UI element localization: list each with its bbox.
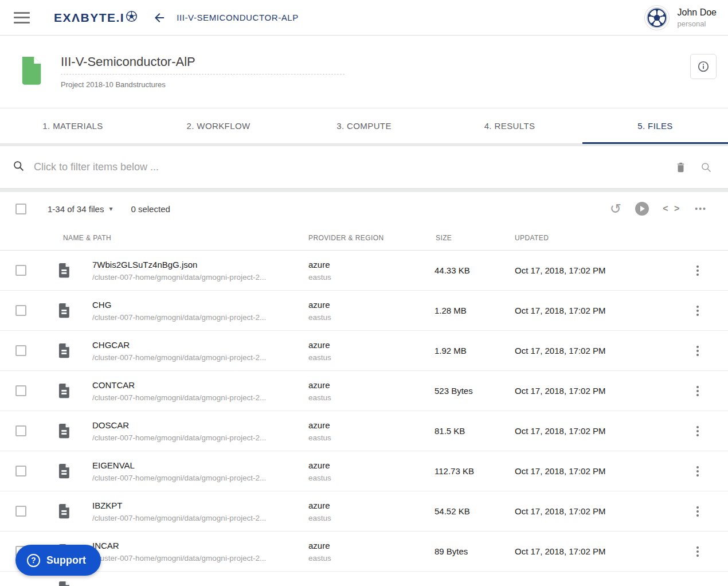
refresh-button[interactable]: ↺ <box>610 202 621 216</box>
table-row[interactable]: IBZKPT /cluster-007-home/gmogni/data/gmo… <box>0 491 728 532</box>
breadcrumb: III-V-SEMICONDUCTOR-ALP <box>177 13 299 22</box>
col-name-path[interactable]: NAME & PATH <box>63 234 308 242</box>
file-path: /cluster-007-home/gmogni/data/gmogni-pro… <box>92 514 308 522</box>
row-checkbox[interactable] <box>15 305 26 316</box>
run-button[interactable] <box>635 202 649 216</box>
file-icon <box>37 263 92 278</box>
filter-input[interactable] <box>34 161 676 173</box>
support-button[interactable]: ? Support <box>15 545 101 576</box>
file-path: /cluster-007-home/gmogni/data/gmogni-pro… <box>92 313 308 322</box>
file-icon <box>37 303 92 318</box>
exabyte-logo[interactable]: EXΛBYTE.I <box>54 10 138 25</box>
table-row[interactable]: CHGCAR /cluster-007-home/gmogni/data/gmo… <box>0 331 728 371</box>
table-row[interactable]: DOSCAR /cluster-007-home/gmogni/data/gmo… <box>0 411 728 451</box>
col-size[interactable]: SIZE <box>436 234 515 242</box>
file-name: EIGENVAL <box>92 460 308 470</box>
region: eastus <box>308 273 435 282</box>
file-updated: Oct 17, 2018, 17:02 PM <box>515 265 667 275</box>
file-name: DOSCAR <box>92 420 308 430</box>
provider: azure <box>308 541 435 550</box>
file-size: 112.73 KB <box>435 466 515 476</box>
file-size: 1.92 MB <box>435 346 515 355</box>
info-button[interactable] <box>690 54 717 79</box>
more-actions-button[interactable]: ••• <box>695 204 707 213</box>
region: eastus <box>308 554 435 562</box>
row-menu-button[interactable] <box>693 342 702 360</box>
row-menu-button[interactable] <box>693 382 702 400</box>
row-menu-button[interactable] <box>693 423 702 440</box>
col-provider-region[interactable]: PROVIDER & REGION <box>308 234 436 242</box>
file-updated: Oct 17, 2018, 17:02 PM <box>515 546 667 556</box>
menu-icon[interactable] <box>14 12 30 24</box>
row-checkbox[interactable] <box>15 265 26 276</box>
project-title[interactable]: III-V-Semiconductor-AlP <box>61 54 195 69</box>
row-checkbox[interactable] <box>15 466 26 476</box>
row-checkbox[interactable] <box>15 345 26 356</box>
table-row[interactable]: CHG /cluster-007-home/gmogni/data/gmogni… <box>0 291 728 331</box>
file-icon <box>37 343 92 358</box>
support-label: Support <box>46 554 86 567</box>
file-updated: Oct 17, 2018, 17:02 PM <box>515 426 667 436</box>
code-view-button[interactable]: < > <box>663 204 681 214</box>
tab-compute[interactable]: 3. COMPUTE <box>291 108 437 143</box>
file-size: 523 Bytes <box>435 386 515 396</box>
file-name: 7Wbis2GLSuTz4nBgG.json <box>92 260 308 269</box>
file-icon <box>37 463 92 479</box>
file-rows: 7Wbis2GLSuTz4nBgG.json /cluster-007-home… <box>0 251 728 572</box>
clear-filter-button[interactable] <box>676 161 686 173</box>
col-updated[interactable]: UPDATED <box>515 234 728 242</box>
row-checkbox[interactable] <box>15 385 26 396</box>
trash-icon <box>676 161 686 173</box>
file-name: INCAR <box>92 541 308 550</box>
provider: azure <box>308 260 435 269</box>
file-size: 44.33 KB <box>435 265 515 275</box>
table-row[interactable]: INCAR /cluster-007-home/gmogni/data/gmog… <box>0 532 728 572</box>
logo-text: EXΛBYTE.I <box>54 11 124 25</box>
file-path: /cluster-007-home/gmogni/data/gmogni-pro… <box>92 393 308 402</box>
file-path: /cluster-007-home/gmogni/data/gmogni-pro… <box>92 353 308 362</box>
app-header: EXΛBYTE.I III-V-SEMICONDUCTOR-ALP John D… <box>0 0 728 36</box>
avatar[interactable] <box>644 5 670 30</box>
file-size: 54.52 KB <box>435 506 515 516</box>
file-icon <box>37 503 92 519</box>
table-row[interactable]: EIGENVAL /cluster-007-home/gmogni/data/g… <box>0 451 728 491</box>
tab-results[interactable]: 4. RESULTS <box>437 108 582 143</box>
pagination-dropdown[interactable]: 1-34 of 34 files ▾ <box>48 204 112 214</box>
tab-workflow[interactable]: 2. WORKFLOW <box>146 108 291 143</box>
region: eastus <box>308 474 435 482</box>
table-row[interactable]: CONTCAR /cluster-007-home/gmogni/data/gm… <box>0 371 728 411</box>
file-updated: Oct 17, 2018, 17:02 PM <box>515 466 667 476</box>
region: eastus <box>308 514 435 522</box>
project-header: III-V-Semiconductor-AlP Project 2018-10 … <box>0 36 728 108</box>
row-menu-button[interactable] <box>693 262 702 279</box>
row-menu-button[interactable] <box>693 463 702 480</box>
row-menu-button[interactable] <box>693 503 702 520</box>
file-updated: Oct 17, 2018, 17:02 PM <box>515 386 667 396</box>
provider: azure <box>308 340 435 350</box>
file-path: /cluster-007-home/gmogni/data/gmogni-pro… <box>92 273 308 282</box>
row-menu-button[interactable] <box>693 302 702 319</box>
row-checkbox[interactable] <box>15 425 26 436</box>
provider: azure <box>308 300 435 310</box>
tab-files[interactable]: 5. FILES <box>582 108 728 143</box>
filter-bar <box>0 146 728 189</box>
table-row[interactable]: 7Wbis2GLSuTz4nBgG.json /cluster-007-home… <box>0 251 728 291</box>
select-all-checkbox[interactable] <box>15 204 26 214</box>
apply-filter-button[interactable] <box>700 162 712 173</box>
file-path: /cluster-007-home/gmogni/data/gmogni-pro… <box>92 433 308 442</box>
user-name: John Doe <box>678 7 717 18</box>
file-icon <box>37 383 92 399</box>
search-small-icon <box>700 162 712 173</box>
tab-materials[interactable]: 1. MATERIALS <box>0 108 146 143</box>
file-updated: Oct 17, 2018, 17:02 PM <box>515 306 667 315</box>
file-path: /cluster-007-home/gmogni/data/gmogni-pro… <box>92 474 308 482</box>
user-area[interactable]: John Doe personal <box>644 5 717 30</box>
file-size: 89 Bytes <box>435 546 515 556</box>
table-row-partial[interactable]: KPOINTS <box>0 572 728 586</box>
provider: azure <box>308 501 435 510</box>
row-checkbox[interactable] <box>15 506 26 517</box>
project-subtitle: Project 2018-10 Bandstructures <box>61 80 345 89</box>
back-arrow-icon[interactable] <box>152 11 166 25</box>
project-title-underline: III-V-Semiconductor-AlP <box>61 54 345 75</box>
row-menu-button[interactable] <box>693 543 702 560</box>
